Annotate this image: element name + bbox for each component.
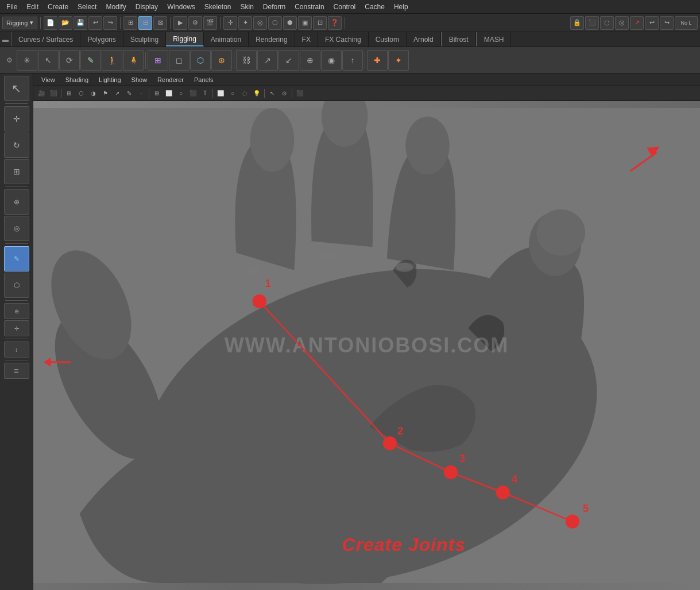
shelf-tab-sculpting[interactable]: Sculpting (123, 32, 166, 46)
menu-deform[interactable]: Deform (259, 2, 289, 12)
scale-arrows[interactable]: ↕ (4, 341, 29, 358)
vp-tb-img[interactable]: ⬛ (187, 88, 199, 99)
vp-tb-res[interactable]: ⬡ (75, 88, 87, 99)
tb-r5[interactable]: ↗ (630, 16, 644, 30)
tb-r6[interactable]: ↩ (645, 16, 659, 30)
shelf-tab-arnold[interactable]: Arnold (407, 32, 441, 46)
menu-modify[interactable]: Modify (102, 2, 130, 12)
menu-constrain[interactable]: Constrain (291, 2, 328, 12)
shelf-tab-polygons[interactable]: Polygons (80, 32, 123, 46)
menu-create[interactable]: Create (44, 2, 72, 12)
plus-arrows[interactable]: ✛ (4, 320, 29, 336)
vp-tb-circ[interactable]: ○ (175, 88, 187, 99)
menu-skin[interactable]: Skin (237, 2, 258, 12)
shelf-icon-chain[interactable]: ⛓ (236, 50, 257, 71)
shelf-tab-rendering[interactable]: Rendering (249, 32, 295, 46)
shelf-icon-constraint[interactable]: ⊕ (300, 50, 320, 71)
menu-edit[interactable]: Edit (22, 2, 42, 12)
tb7[interactable]: ◎ (253, 16, 267, 30)
snap-point-btn[interactable]: ⊠ (153, 16, 167, 30)
menu-skeleton[interactable]: Skeleton (200, 2, 235, 12)
joint-tool[interactable]: ✎ (4, 246, 29, 271)
tb9[interactable]: ⬢ (283, 16, 297, 30)
vp-tb-select[interactable]: ⊞ (151, 88, 163, 99)
vp-menu-shading[interactable]: Shading (61, 75, 93, 84)
menu-windows[interactable]: Windows (163, 2, 199, 12)
shelf-tab-fx-caching[interactable]: FX Caching (318, 32, 369, 46)
menu-display[interactable]: Display (132, 2, 162, 12)
shelf-tab-fx[interactable]: FX (295, 32, 318, 46)
shelf-icon-plus-arrow[interactable]: ✚ (367, 50, 388, 71)
vp-menu-renderer[interactable]: Renderer (153, 75, 188, 84)
tb5[interactable]: ✛ (223, 16, 237, 30)
shelf-icon-cage[interactable]: ◻ (169, 50, 189, 71)
vp-tb-film[interactable]: ⬛ (48, 88, 59, 99)
layers-btn[interactable]: ☰ (4, 363, 29, 379)
menu-cache[interactable]: Cache (361, 2, 389, 12)
scene-area[interactable]: WWW.ANTONIOBOSI.COM 1 2 (33, 101, 700, 590)
select-tool[interactable]: ↖ (4, 76, 29, 101)
soft-select[interactable]: ◎ (4, 216, 29, 241)
open-scene-btn[interactable]: 📂 (59, 16, 72, 30)
new-scene-btn[interactable]: 📄 (44, 16, 57, 30)
rotate-tool[interactable]: ↻ (4, 133, 29, 158)
tb-r4[interactable]: ◎ (615, 16, 629, 30)
vp-tb-cube[interactable]: ⬜ (215, 88, 226, 99)
universal-manip[interactable]: ⊕ (4, 189, 29, 215)
scale-tool[interactable]: ⊞ (4, 159, 29, 184)
vp-menu-lighting[interactable]: Lighting (94, 75, 126, 84)
vp-tb-sel-mode[interactable]: ↖ (266, 88, 278, 99)
vp-tb-wire[interactable]: ◌ (239, 88, 250, 99)
save-scene-btn[interactable]: 💾 (74, 16, 87, 30)
shelf-icon-wrap[interactable]: ⬡ (190, 50, 211, 71)
no-label-btn[interactable]: No L (675, 16, 698, 30)
snap-curve-btn[interactable]: ⊟ (138, 16, 152, 30)
shelf-icon-select-all[interactable]: ✳ (17, 50, 37, 71)
shelf-settings-btn[interactable]: ⚙ (2, 50, 16, 71)
render-btn[interactable]: ▶ (173, 16, 187, 30)
shelf-tab-mash[interactable]: MASH (477, 32, 512, 46)
vp-tb-shad[interactable]: ◑ (87, 88, 99, 99)
shelf-collapse[interactable]: ▬ (0, 32, 11, 46)
vp-tb-pen[interactable]: ✎ (123, 88, 135, 99)
tb12[interactable]: ❓ (328, 16, 342, 30)
shelf-icon-ik[interactable]: ↗ (257, 50, 278, 71)
shelf-icon-select-hier[interactable]: ↖ (38, 50, 59, 71)
tb11[interactable]: ⊡ (313, 16, 327, 30)
snap-grid-btn[interactable]: ⊞ (123, 16, 137, 30)
shelf-tab-bifrost[interactable]: Bifrost (442, 32, 476, 46)
render-settings-btn[interactable]: ⚙ (188, 16, 202, 30)
playblast-btn[interactable]: 🎬 (203, 16, 217, 30)
tb10[interactable]: ▣ (298, 16, 312, 30)
vp-tb-hud[interactable]: T (199, 88, 211, 99)
menu-help[interactable]: Help (390, 2, 412, 12)
vp-tb-paint-sel[interactable]: ⊙ (279, 88, 290, 99)
tb8[interactable]: ⬡ (268, 16, 282, 30)
vp-menu-show[interactable]: Show (127, 75, 152, 84)
menu-select[interactable]: Select (74, 2, 100, 12)
shelf-icon-paint[interactable]: ✎ (80, 50, 101, 71)
snap-to-poly[interactable]: ⬡ (4, 273, 29, 298)
move-left-small[interactable]: ⊕ (4, 303, 29, 319)
shelf-icon-aim[interactable]: ◉ (321, 50, 342, 71)
shelf-tab-animation[interactable]: Animation (204, 32, 249, 46)
vp-tb-dot[interactable]: · (136, 88, 147, 99)
redo-btn[interactable]: ↪ (103, 16, 117, 30)
shelf-icon-bind[interactable]: ⊞ (148, 50, 168, 71)
rigging-dropdown[interactable]: Rigging ▾ (2, 17, 37, 29)
shelf-icon-bskin[interactable]: ⊛ (211, 50, 232, 71)
transform-tool[interactable]: ✛ (4, 106, 29, 131)
vp-tb-arc[interactable]: ↗ (111, 88, 123, 99)
vp-tb-sq[interactable]: ⬜ (163, 88, 175, 99)
menu-file[interactable]: File (2, 2, 21, 12)
tb-r1[interactable]: 🔒 (570, 16, 584, 30)
shelf-tab-curves[interactable]: Curves / Surfaces (11, 32, 80, 46)
vp-menu-panels[interactable]: Panels (189, 75, 218, 84)
menu-control[interactable]: Control (330, 2, 360, 12)
undo-btn[interactable]: ↩ (88, 16, 102, 30)
tb6[interactable]: ✦ (238, 16, 252, 30)
tb-r3[interactable]: ◌ (600, 16, 614, 30)
vp-tb-sphere[interactable]: ○ (227, 88, 238, 99)
vp-tb-bookmark[interactable]: ⚑ (99, 88, 111, 99)
vp-tb-light[interactable]: 💡 (251, 88, 262, 99)
